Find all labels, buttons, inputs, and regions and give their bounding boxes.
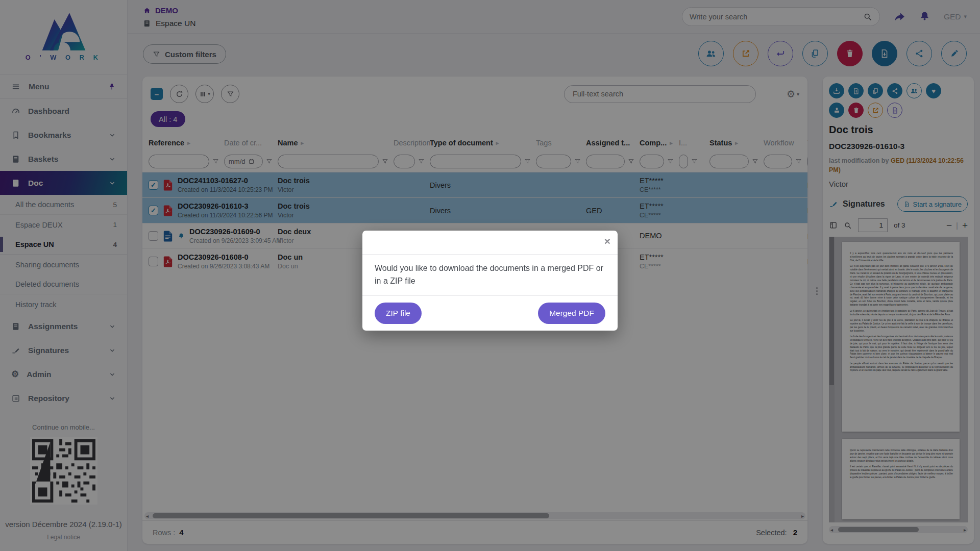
- col-status[interactable]: Status▸: [709, 139, 764, 147]
- open-external-button[interactable]: [733, 41, 758, 66]
- scrollbar-thumb[interactable]: [829, 237, 834, 385]
- filter-reference-input[interactable]: [149, 155, 209, 168]
- scroll-left-icon[interactable]: ◂: [830, 526, 833, 533]
- doc-reference[interactable]: DOC230926-01609-0: [189, 228, 260, 236]
- global-search-input[interactable]: [690, 13, 863, 21]
- breadcrumb-workspace[interactable]: DEMO: [143, 6, 178, 15]
- filter-company-input[interactable]: [640, 155, 664, 168]
- sidebar-item-bookmarks[interactable]: Bookmarks: [0, 123, 127, 147]
- sidebar-item-signatures[interactable]: Signatures: [0, 338, 127, 362]
- sidebar-item-deleted-documents[interactable]: Deleted documents: [0, 274, 127, 294]
- filter-type-input[interactable]: [430, 155, 521, 168]
- col-tags[interactable]: Tags: [536, 139, 586, 147]
- doc-reference[interactable]: DOC230926-01610-3: [178, 202, 249, 210]
- sidebar-item-dashboard[interactable]: Dashboard: [0, 99, 127, 123]
- scroll-left-icon[interactable]: ◂: [146, 512, 149, 519]
- column-chooser-button[interactable]: ▾: [195, 85, 214, 103]
- sidebar-item-all-documents[interactable]: All the documents 5: [0, 195, 127, 215]
- scrollbar-thumb[interactable]: [153, 513, 549, 518]
- sidebar-item-sharing-documents[interactable]: Sharing documents: [0, 255, 127, 274]
- sidebar-item-baskets[interactable]: Baskets: [0, 147, 127, 171]
- edit-button[interactable]: [941, 41, 967, 66]
- panel-delete-button[interactable]: [848, 103, 864, 118]
- col-name[interactable]: Name▸: [278, 139, 394, 147]
- doc-reference[interactable]: DOC230926-01608-0: [178, 253, 249, 261]
- panel-stamp-button[interactable]: [829, 103, 844, 118]
- funnel-icon[interactable]: [667, 158, 674, 165]
- panel-upload-version-button[interactable]: [848, 83, 864, 98]
- filter-workflow-input[interactable]: [764, 155, 792, 168]
- all-count-pill[interactable]: All : 4: [151, 111, 185, 127]
- filter-status-input[interactable]: [709, 155, 749, 168]
- col-assigned[interactable]: Assigned t...: [586, 139, 640, 147]
- funnel-icon[interactable]: [795, 158, 802, 165]
- panel-resize-handle[interactable]: [815, 276, 819, 306]
- col-workflow[interactable]: Workflow: [764, 139, 807, 147]
- legal-notice-link[interactable]: Legal notice: [0, 534, 127, 541]
- filter-description-input[interactable]: [394, 155, 415, 168]
- panel-properties-button[interactable]: [887, 103, 902, 118]
- sidebar-menu-header[interactable]: Menu: [0, 74, 127, 99]
- funnel-icon[interactable]: [524, 158, 531, 165]
- close-icon[interactable]: ×: [604, 236, 610, 246]
- col-reference[interactable]: Reference▸: [149, 139, 224, 147]
- panel-download-button[interactable]: [829, 83, 844, 98]
- col-description[interactable]: Description: [394, 139, 430, 147]
- doc-reference[interactable]: DOC241103-01627-0: [178, 177, 248, 185]
- page-number-input[interactable]: [858, 218, 888, 232]
- sidebar-toggle-icon[interactable]: [829, 221, 838, 230]
- fulltext-search-input[interactable]: [573, 90, 747, 98]
- calendar-icon[interactable]: [248, 158, 255, 165]
- merged-pdf-button[interactable]: Merged PDF: [538, 303, 605, 324]
- bell-icon[interactable]: [919, 11, 930, 22]
- share-button[interactable]: [906, 41, 932, 66]
- filter-tags-input[interactable]: [536, 155, 571, 168]
- row-checkbox[interactable]: ✓: [149, 180, 158, 190]
- pdf-vertical-scrollbar[interactable]: [829, 237, 835, 522]
- custom-filters-button[interactable]: Custom filters: [143, 44, 226, 64]
- row-checkbox[interactable]: [149, 231, 158, 241]
- row-checkbox[interactable]: ✓: [149, 206, 158, 215]
- panel-duplicate-button[interactable]: [868, 83, 883, 98]
- filter-assigned-input[interactable]: [586, 155, 625, 168]
- table-settings-button[interactable]: ⚙▾: [787, 88, 799, 100]
- funnel-icon[interactable]: [752, 158, 758, 165]
- panel-share-button[interactable]: [887, 83, 902, 98]
- col-date[interactable]: Date of cr...: [224, 139, 278, 147]
- row-checkbox[interactable]: [149, 257, 158, 266]
- sidebar-item-espace-deux[interactable]: Espace DEUX 1: [0, 215, 127, 235]
- sidebar-item-history-track[interactable]: History track: [0, 294, 127, 314]
- select-all-checkbox[interactable]: –: [151, 88, 163, 100]
- duplicate-button[interactable]: [802, 41, 828, 66]
- zoom-out-icon[interactable]: −: [946, 220, 952, 231]
- funnel-icon[interactable]: [691, 158, 698, 165]
- profile-menu[interactable]: GED ▾: [944, 12, 967, 21]
- sidebar-item-assignments[interactable]: Assignments: [0, 314, 127, 338]
- funnel-icon[interactable]: [628, 158, 634, 165]
- zoom-in-icon[interactable]: +: [962, 220, 968, 231]
- search-icon[interactable]: [844, 221, 852, 230]
- download-button[interactable]: [872, 41, 897, 66]
- funnel-icon[interactable]: [418, 158, 425, 165]
- scroll-right-icon[interactable]: ▸: [801, 512, 804, 519]
- scrollbar-thumb[interactable]: [838, 527, 919, 532]
- pin-icon[interactable]: [108, 83, 116, 91]
- col-type[interactable]: Type of document▸: [430, 139, 536, 147]
- pdf-preview-area[interactable]: Il y a aujourd'hui trois cent quarante-h…: [829, 237, 968, 522]
- sidebar-item-doc[interactable]: Doc: [0, 171, 127, 195]
- panel-assign-users-button[interactable]: [906, 83, 922, 98]
- funnel-icon[interactable]: [382, 158, 388, 165]
- table-row[interactable]: ✓ DOC241103-01627-0Created on 11/3/2024 …: [142, 172, 807, 197]
- sidebar-item-admin[interactable]: ⚙ Admin: [0, 362, 127, 386]
- funnel-icon[interactable]: [212, 158, 219, 165]
- hamburger-icon[interactable]: [11, 82, 20, 91]
- table-horizontal-scrollbar[interactable]: ◂ ▸: [144, 512, 805, 519]
- filter-y-input[interactable]: [807, 155, 807, 168]
- delete-button[interactable]: [837, 41, 863, 66]
- breadcrumb-space[interactable]: Espace UN: [143, 19, 195, 28]
- funnel-icon[interactable]: [266, 158, 273, 165]
- forward-share-icon[interactable]: [893, 11, 905, 23]
- col-company[interactable]: Comp...▸: [640, 139, 679, 147]
- search-icon[interactable]: [863, 12, 872, 21]
- col-y[interactable]: Y...: [807, 139, 807, 147]
